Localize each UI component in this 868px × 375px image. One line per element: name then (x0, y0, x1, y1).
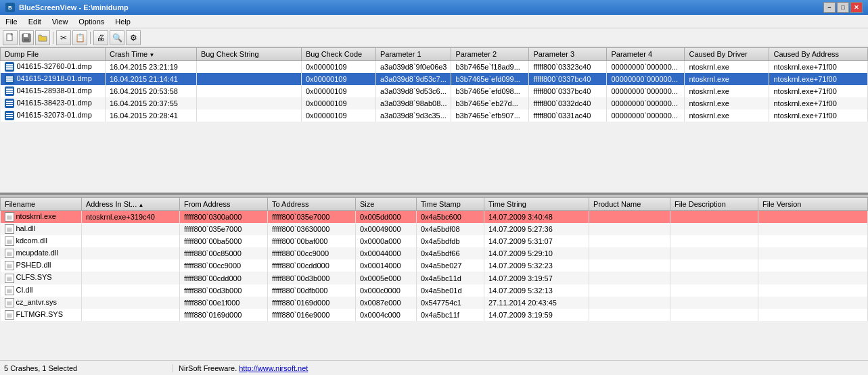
col-filename[interactable]: Filename (1, 198, 82, 211)
col-parameter2[interactable]: Parameter 2 (451, 48, 529, 61)
driver-cell-time_stamp: 0x4a5be01d (417, 284, 484, 297)
driver-cell-time_string: 14.07.2009 5:27:36 (484, 223, 589, 235)
col-caused-driver[interactable]: Caused By Driver (685, 48, 769, 61)
title-bar: B BlueScreenView - E:\minidump − □ ✕ (0, 0, 868, 15)
dump-icon (5, 86, 14, 96)
driver-cell-from_address: fffff880`00cc9000 (180, 259, 268, 272)
list-item[interactable]: ▤mcupdate.dllfffff880`00c85000fffff880`0… (1, 247, 868, 259)
col-parameter3[interactable]: Parameter 3 (529, 48, 607, 61)
table-cell-caused_driver: ntoskrnl.exe (685, 73, 769, 85)
table-cell-caused_driver: ntoskrnl.exe (685, 97, 769, 109)
upper-table-wrapper[interactable]: Dump File Crash Time Bug Check String Bu… (0, 47, 868, 193)
svg-rect-4 (24, 39, 29, 41)
col-bug-check-code[interactable]: Bug Check Code (302, 48, 376, 61)
table-row[interactable]: 041615-21918-01.dmp16.04.2015 21:14:410x… (1, 73, 868, 85)
table-cell-bug_check_string (197, 97, 302, 109)
menu-file[interactable]: File (0, 16, 23, 27)
driver-cell-product_name (589, 297, 670, 309)
driver-cell-file_description (670, 284, 758, 297)
lower-table-wrapper[interactable]: Filename Address In St... From Address T… (0, 197, 868, 329)
search-button[interactable]: 🔍 (110, 30, 124, 45)
list-item[interactable]: ▤CLFS.SYSfffff880`00cdd000fffff880`00d3b… (1, 272, 868, 284)
table-cell-caused_address: ntoskrnl.exe+71f00 (769, 73, 868, 85)
file-icon: ▤ (5, 261, 14, 270)
table-cell-crash_time: 16.04.2015 20:37:55 (106, 97, 197, 109)
open-button[interactable] (35, 30, 50, 45)
new-button[interactable] (3, 30, 18, 45)
driver-cell-file_description (670, 235, 758, 247)
table-cell-caused_address: ntoskrnl.exe+71f00 (769, 97, 868, 109)
copy-button[interactable]: 📋 (72, 30, 87, 45)
table-row[interactable]: 041615-38423-01.dmp16.04.2015 20:37:550x… (1, 97, 868, 109)
dump-icon (5, 111, 14, 120)
col-size[interactable]: Size (356, 198, 417, 211)
col-file-version[interactable]: File Version (758, 198, 868, 211)
driver-cell-filename: ▤hal.dll (1, 223, 82, 235)
save-button[interactable] (19, 30, 34, 45)
list-item[interactable]: ▤cz_antvr.sysfffff880`00e1f000fffff880`0… (1, 297, 868, 309)
col-time-string[interactable]: Time String (484, 198, 589, 211)
driver-cell-size: 0x0005e000 (356, 272, 417, 284)
driver-cell-size: 0x0087e000 (356, 297, 417, 309)
col-crash-time[interactable]: Crash Time (106, 48, 197, 61)
col-from-address[interactable]: From Address (180, 198, 268, 211)
table-row[interactable]: 041615-32760-01.dmp16.04.2015 23:21:190x… (1, 61, 868, 74)
driver-cell-filename: ▤CI.dll (1, 284, 82, 297)
driver-cell-filename: ▤FLTMGR.SYS (1, 309, 82, 321)
col-product-name[interactable]: Product Name (589, 198, 670, 211)
col-file-description[interactable]: File Description (670, 198, 758, 211)
menu-view[interactable]: View (47, 16, 74, 27)
table-row[interactable]: 041615-32073-01.dmp16.04.2015 20:28:410x… (1, 109, 868, 122)
minimize-button[interactable]: − (823, 2, 836, 13)
driver-cell-product_name (589, 235, 670, 247)
col-parameter4[interactable]: Parameter 4 (607, 48, 685, 61)
driver-cell-time_string: 14.07.2009 5:32:23 (484, 259, 589, 272)
nirsoft-link[interactable]: http://www.nirsoft.net (239, 364, 308, 372)
driver-cell-to_address: fffff880`00cdd000 (268, 259, 356, 272)
table-cell-bug_check_code: 0x00000109 (302, 61, 376, 74)
dump-icon (5, 74, 14, 84)
col-to-address[interactable]: To Address (268, 198, 356, 211)
col-time-stamp[interactable]: Time Stamp (417, 198, 484, 211)
dump-icon (5, 62, 14, 72)
driver-cell-file_version (758, 223, 868, 235)
driver-cell-filename: ▤kdcom.dll (1, 235, 82, 247)
col-bug-check-string[interactable]: Bug Check String (197, 48, 302, 61)
driver-cell-file_version (758, 211, 868, 224)
col-parameter1[interactable]: Parameter 1 (376, 48, 451, 61)
maximize-button[interactable]: □ (837, 2, 849, 13)
list-item[interactable]: ▤ntoskrnl.exentoskrnl.exe+319c40fffff800… (1, 211, 868, 224)
driver-cell-file_version (758, 309, 868, 321)
driver-cell-time_stamp: 0x4a5bdf66 (417, 247, 484, 259)
col-address-in[interactable]: Address In St... (82, 198, 180, 211)
col-caused-address[interactable]: Caused By Address (769, 48, 868, 61)
content-area: Dump File Crash Time Bug Check String Bu… (0, 47, 868, 360)
list-item[interactable]: ▤FLTMGR.SYSfffff880`0169d000fffff880`016… (1, 309, 868, 321)
print-button[interactable]: 🖨 (93, 30, 108, 45)
table-cell-parameter4: 00000000`000000... (607, 85, 685, 97)
driver-cell-time_stamp: 0x4a5bdfdb (417, 235, 484, 247)
menu-help[interactable]: Help (110, 16, 136, 27)
toolbar-sep-1 (53, 32, 53, 44)
col-dump-file[interactable]: Dump File (1, 48, 106, 61)
list-item[interactable]: ▤hal.dllfffff800`035e7000fffff800`036300… (1, 223, 868, 235)
settings-button[interactable]: ⚙ (126, 30, 141, 45)
driver-cell-product_name (589, 272, 670, 284)
table-cell-crash_time: 16.04.2015 20:28:41 (106, 109, 197, 122)
list-item[interactable]: ▤CI.dllfffff880`00d3b000fffff880`00dfb00… (1, 284, 868, 297)
driver-cell-to_address: fffff880`00dfb000 (268, 284, 356, 297)
table-cell-parameter1: a3a039d8`9d53c6... (376, 85, 451, 97)
driver-cell-size: 0x0000a000 (356, 235, 417, 247)
driver-cell-file_description (670, 211, 758, 224)
driver-cell-product_name (589, 223, 670, 235)
list-item[interactable]: ▤kdcom.dllfffff800`00ba5000fffff800`00ba… (1, 235, 868, 247)
driver-cell-size: 0x000c0000 (356, 284, 417, 297)
table-row[interactable]: 041615-28938-01.dmp16.04.2015 20:53:580x… (1, 85, 868, 97)
close-button[interactable]: ✕ (850, 2, 863, 13)
menu-edit[interactable]: Edit (23, 16, 47, 27)
table-cell-parameter4: 00000000`000000... (607, 61, 685, 74)
list-item[interactable]: ▤PSHED.dllfffff880`00cc9000fffff880`00cd… (1, 259, 868, 272)
driver-cell-address_in (82, 284, 180, 297)
menu-options[interactable]: Options (73, 16, 110, 27)
cut-button[interactable]: ✂ (56, 30, 71, 45)
